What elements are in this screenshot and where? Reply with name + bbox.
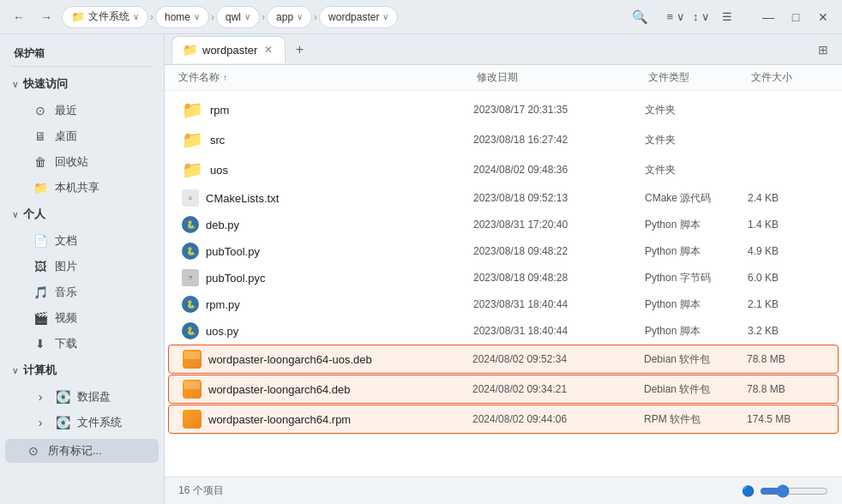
file-row[interactable]: 📁 src 2023/08/18 16:27:42 文件夹 bbox=[168, 125, 839, 154]
folder-icon: 📁 bbox=[182, 129, 203, 150]
tab-label: wordpaster bbox=[202, 44, 257, 57]
file-row[interactable]: wordpaster-loongarch64-uos.deb 2024/08/0… bbox=[168, 345, 839, 374]
file-size: 174.5 MB bbox=[747, 413, 824, 425]
breadcrumb-wordpaster[interactable]: wordpaster ∨ bbox=[319, 6, 398, 28]
add-tab-button[interactable]: + bbox=[287, 38, 311, 62]
file-name: pubTool.pyc bbox=[206, 272, 265, 285]
file-row[interactable]: 🐍 pubTool.py 2023/08/18 09:48:22 Python … bbox=[168, 238, 839, 264]
col-header-date[interactable]: 修改日期 bbox=[477, 70, 648, 85]
desktop-label: 桌面 bbox=[55, 129, 77, 144]
sidebar-item-downloads[interactable]: ⬇ 下载 bbox=[5, 332, 159, 356]
maximize-button[interactable]: □ bbox=[784, 5, 808, 29]
col-header-size[interactable]: 文件大小 bbox=[751, 70, 828, 85]
chevron-icon: ∨ bbox=[133, 12, 139, 21]
sort-button[interactable]: ↕ ∨ bbox=[689, 5, 713, 29]
quick-access-group[interactable]: ∨ 快速访问 bbox=[5, 72, 159, 96]
back-button[interactable]: ← bbox=[7, 5, 31, 29]
folder-icon: 📁 bbox=[182, 99, 203, 120]
sidebar-item-share[interactable]: 📁 本机共享 bbox=[5, 176, 159, 200]
desktop-icon: 🖥 bbox=[33, 129, 48, 143]
sidebar-item-docs[interactable]: 📄 文档 bbox=[5, 229, 159, 253]
file-name: uos.py bbox=[206, 325, 238, 338]
chevron-icon-4: ∨ bbox=[297, 12, 303, 21]
bookmarks-label: 所有标记... bbox=[48, 443, 102, 459]
python-icon: 🐍 bbox=[182, 296, 199, 313]
disk-icon: 💽 bbox=[55, 390, 70, 404]
breadcrumb-qwl[interactable]: qwl ∨ bbox=[216, 6, 260, 28]
file-row[interactable]: 📁 uos 2024/08/02 09:48:36 文件夹 bbox=[168, 155, 839, 184]
sidebar-item-music[interactable]: 🎵 音乐 bbox=[5, 280, 159, 304]
downloads-label: 下载 bbox=[55, 336, 77, 351]
close-button[interactable]: ✕ bbox=[811, 5, 835, 29]
file-row[interactable]: 🐍 deb.py 2023/08/31 17:20:40 Python 脚本 1… bbox=[168, 212, 839, 237]
sidebar-item-bookmarks[interactable]: ⊙ 所有标记... bbox=[5, 439, 159, 463]
view-toggle-button[interactable]: ≡ ∨ bbox=[664, 5, 688, 29]
file-name: uos bbox=[210, 164, 228, 177]
file-name-cell: ≡ CMakeLists.txt bbox=[182, 189, 473, 207]
forward-button[interactable]: → bbox=[34, 5, 58, 29]
computer-group[interactable]: ∨ 计算机 bbox=[5, 358, 159, 382]
file-type: Python 字节码 bbox=[645, 271, 748, 285]
file-row[interactable]: wordpaster-loongarch64.deb 2024/08/02 09… bbox=[168, 375, 839, 404]
chevron-icon-2: ∨ bbox=[194, 12, 200, 21]
file-row[interactable]: 📁 rpm 2023/08/17 20:31:35 文件夹 bbox=[168, 95, 839, 124]
file-name-cell: wordpaster-loongarch64.deb bbox=[183, 380, 472, 399]
file-row[interactable]: ? pubTool.pyc 2023/08/18 09:48:28 Python… bbox=[168, 265, 839, 291]
sidebar-item-desktop[interactable]: 🖥 桌面 bbox=[5, 124, 159, 148]
file-list: 📁 rpm 2023/08/17 20:31:35 文件夹 📁 src 2023… bbox=[165, 91, 842, 477]
zoom-slider[interactable] bbox=[760, 484, 828, 498]
main-layout: 保护箱 ∨ 快速访问 ⊙ 最近 🖥 桌面 🗑 回收站 📁 本机共享 ∨ 个人 📄 bbox=[0, 34, 842, 504]
file-date: 2023/08/17 20:31:35 bbox=[473, 104, 645, 116]
rpm-icon bbox=[183, 410, 201, 429]
personal-arrow: ∨ bbox=[12, 210, 18, 219]
breadcrumb-bar: 📁 文件系统 ∨ › home ∨ › qwl ∨ › app ∨ › word… bbox=[62, 6, 619, 28]
sidebar-item-video[interactable]: 🎬 视频 bbox=[5, 306, 159, 330]
folder-icon: 📁 bbox=[182, 159, 203, 180]
menu-button[interactable]: ☰ bbox=[715, 5, 739, 29]
sidebar-item-data-disk[interactable]: › 💽 数据盘 bbox=[5, 385, 159, 409]
minimize-button[interactable]: — bbox=[756, 5, 780, 29]
docs-icon: 📄 bbox=[33, 234, 48, 248]
col-header-type[interactable]: 文件类型 bbox=[648, 70, 751, 85]
folder-icon: 📁 bbox=[71, 10, 85, 23]
file-type: 文件夹 bbox=[645, 133, 748, 147]
breadcrumb-filesystem[interactable]: 📁 文件系统 ∨ bbox=[62, 6, 148, 28]
file-row[interactable]: 🐍 uos.py 2023/08/31 18:40:44 Python 脚本 3… bbox=[168, 318, 839, 344]
file-size: 78.8 MB bbox=[747, 383, 824, 395]
file-date: 2023/08/31 18:40:44 bbox=[473, 298, 645, 310]
layout-button[interactable]: ⊞ bbox=[811, 38, 835, 62]
personal-group[interactable]: ∨ 个人 bbox=[5, 202, 159, 226]
sidebar-item-trash[interactable]: 🗑 回收站 bbox=[5, 150, 159, 174]
share-label: 本机共享 bbox=[55, 180, 99, 195]
tab-wordpaster[interactable]: 📁 wordpaster ✕ bbox=[171, 36, 286, 63]
data-disk-label: 数据盘 bbox=[77, 389, 111, 405]
file-name: rpm bbox=[210, 104, 229, 117]
txt-icon: ≡ bbox=[182, 189, 199, 207]
file-name-cell: 📁 uos bbox=[182, 159, 473, 180]
breadcrumb-filesystem-label: 文件系统 bbox=[88, 9, 129, 24]
sidebar-item-filesystem[interactable]: › 💽 文件系统 bbox=[5, 411, 159, 435]
breadcrumb-home[interactable]: home ∨ bbox=[155, 6, 209, 28]
sidebar-item-recent[interactable]: ⊙ 最近 bbox=[5, 99, 159, 123]
divider-1 bbox=[10, 66, 153, 67]
python-icon: 🐍 bbox=[182, 216, 199, 233]
file-name: wordpaster-loongarch64-uos.deb bbox=[208, 353, 372, 366]
file-row[interactable]: wordpaster-loongarch64.rpm 2024/08/02 09… bbox=[168, 405, 839, 434]
downloads-icon: ⬇ bbox=[33, 337, 48, 351]
file-type: 文件夹 bbox=[645, 163, 748, 177]
breadcrumb-app[interactable]: app ∨ bbox=[267, 6, 312, 28]
computer-arrow: ∨ bbox=[12, 366, 18, 375]
file-row[interactable]: ≡ CMakeLists.txt 2023/08/18 09:52:13 CMa… bbox=[168, 185, 839, 211]
quick-access-label: 快速访问 bbox=[23, 76, 68, 92]
deb-icon bbox=[183, 350, 201, 369]
sidebar-item-pictures[interactable]: 🖼 图片 bbox=[5, 255, 159, 279]
search-button[interactable]: 🔍 bbox=[626, 3, 653, 31]
vault-label: 保护箱 bbox=[0, 41, 164, 63]
col-header-name[interactable]: 文件名称 ↑ bbox=[178, 70, 477, 85]
file-name-cell: 📁 rpm bbox=[182, 99, 473, 120]
close-tab-button[interactable]: ✕ bbox=[262, 42, 274, 57]
file-name: src bbox=[210, 134, 225, 147]
file-type: CMake 源代码 bbox=[645, 191, 748, 206]
tabs-bar: 📁 wordpaster ✕ + ⊞ bbox=[165, 34, 842, 65]
file-row[interactable]: 🐍 rpm.py 2023/08/31 18:40:44 Python 脚本 2… bbox=[168, 291, 839, 317]
